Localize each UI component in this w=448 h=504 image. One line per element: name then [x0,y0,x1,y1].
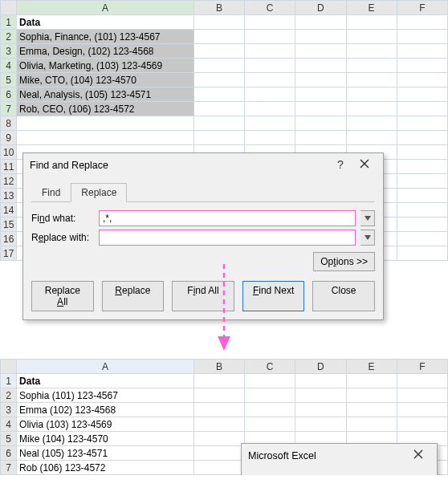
cell-A6[interactable]: Neal, Analysis, (105) 123-4571 [17,87,194,102]
help-button[interactable]: ? [328,158,352,173]
cell[interactable] [245,59,295,73]
row-header[interactable]: 5 [1,432,17,446]
row-header[interactable]: 8 [1,116,17,131]
find-history-dropdown[interactable] [360,210,375,226]
cell-A5[interactable]: Mike, CTO, (104) 123-4570 [17,73,194,87]
cell[interactable] [193,417,244,432]
cell-A1[interactable]: Data [17,374,194,388]
cell[interactable] [245,15,295,30]
cell[interactable] [193,87,244,102]
replace-with-input[interactable] [99,230,356,246]
row-header[interactable]: 1 [1,374,17,388]
close-icon[interactable] [406,449,430,463]
row-header[interactable]: 16 [1,232,17,246]
cell[interactable] [245,374,295,388]
col-header-A[interactable]: A [17,1,194,15]
row-header[interactable]: 10 [1,145,17,160]
cell[interactable] [295,116,346,131]
cell[interactable] [397,417,447,432]
cell[interactable] [397,174,447,189]
row-header[interactable]: 5 [1,73,17,87]
cell[interactable] [397,374,447,388]
cell[interactable] [346,44,397,59]
cell[interactable] [346,73,397,87]
row-header[interactable]: 6 [1,87,17,102]
select-all-corner[interactable] [1,360,17,374]
cell[interactable] [346,131,397,145]
cell[interactable] [193,102,244,116]
cell[interactable] [245,87,295,102]
cell[interactable] [193,432,244,446]
cell[interactable] [397,145,447,160]
cell[interactable] [397,246,447,261]
cell[interactable] [193,403,244,417]
cell-A4[interactable]: Olivia, Marketing, (103) 123-4569 [17,59,194,73]
cell[interactable] [245,44,295,59]
cell[interactable] [397,232,447,246]
cell-A5[interactable]: Mike (104) 123-4570 [17,432,194,446]
cell[interactable] [397,116,447,131]
cell[interactable] [193,73,244,87]
row-header[interactable]: 9 [1,131,17,145]
row-header[interactable]: 12 [1,174,17,189]
row-header[interactable]: 14 [1,203,17,217]
cell[interactable] [346,403,397,417]
cell[interactable] [397,217,447,232]
cell-A6[interactable]: Neal (105) 123-4571 [17,446,194,461]
cell[interactable] [346,374,397,388]
cell[interactable] [346,30,397,44]
cell[interactable] [245,102,295,116]
cell[interactable] [397,131,447,145]
col-header-D[interactable]: D [295,1,346,15]
row-header[interactable]: 2 [1,388,17,403]
col-header-D[interactable]: D [295,360,346,374]
col-header-C[interactable]: C [245,360,295,374]
cell[interactable] [397,87,447,102]
cell[interactable] [397,203,447,217]
cell[interactable] [245,131,295,145]
cell[interactable] [295,374,346,388]
cell[interactable] [346,87,397,102]
cell[interactable] [397,15,447,30]
col-header-B[interactable]: B [193,1,244,15]
col-header-B[interactable]: B [193,360,244,374]
cell[interactable] [397,102,447,116]
cell-A7[interactable]: Rob (106) 123-4572 [17,461,194,475]
cell-A2[interactable]: Sophia (101) 123-4567 [17,388,194,403]
cell[interactable] [295,30,346,44]
cell[interactable] [346,59,397,73]
cell[interactable] [295,102,346,116]
cell[interactable] [397,59,447,73]
row-header[interactable]: 13 [1,189,17,203]
cell[interactable] [193,15,244,30]
cell[interactable] [17,116,194,131]
row-header[interactable]: 1 [1,15,17,30]
cell-A3[interactable]: Emma, Design, (102) 123-4568 [17,44,194,59]
cell[interactable] [397,30,447,44]
row-header[interactable]: 7 [1,461,17,475]
dialog-titlebar[interactable]: Find and Replace ? [23,153,383,177]
row-header[interactable]: 15 [1,217,17,232]
cell[interactable] [397,44,447,59]
cell[interactable] [295,388,346,403]
col-header-E[interactable]: E [346,1,397,15]
cell[interactable] [397,160,447,174]
cell[interactable] [245,30,295,44]
cell[interactable] [346,102,397,116]
cell[interactable] [295,44,346,59]
cell[interactable] [193,131,244,145]
row-header[interactable]: 6 [1,446,17,461]
cell[interactable] [193,374,244,388]
cell[interactable] [193,30,244,44]
cell-A1[interactable]: Data [17,15,194,30]
row-header[interactable]: 3 [1,403,17,417]
cell[interactable] [193,44,244,59]
cell[interactable] [295,403,346,417]
col-header-F[interactable]: F [397,1,447,15]
tab-replace[interactable]: Replace [71,183,127,202]
cell-A2[interactable]: Sophia, Finance, (101) 123-4567 [17,30,194,44]
row-header[interactable]: 4 [1,59,17,73]
row-header[interactable]: 4 [1,417,17,432]
close-icon[interactable] [352,158,377,173]
cell[interactable] [295,15,346,30]
